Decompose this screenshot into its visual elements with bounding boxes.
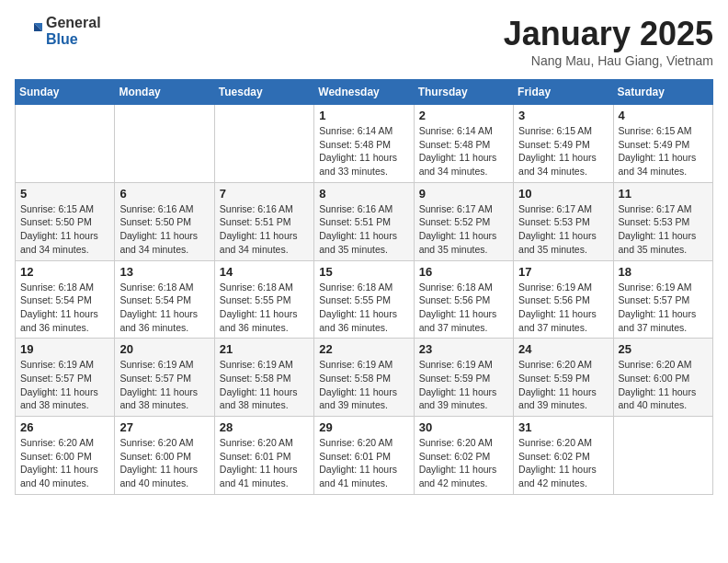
calendar-cell: 29Sunrise: 6:20 AM Sunset: 6:01 PM Dayli… [314, 417, 414, 495]
day-info: Sunrise: 6:19 AM Sunset: 5:59 PM Dayligh… [419, 358, 508, 412]
weekday-header: Thursday [414, 80, 513, 105]
day-number: 4 [619, 109, 708, 122]
day-number: 22 [319, 342, 408, 356]
day-number: 26 [20, 420, 109, 434]
day-number: 15 [319, 265, 408, 279]
day-number: 17 [518, 265, 608, 279]
calendar-cell: 21Sunrise: 6:19 AM Sunset: 5:58 PM Dayli… [214, 339, 313, 417]
day-number: 12 [20, 265, 109, 279]
weekday-header-row: SundayMondayTuesdayWednesdayThursdayFrid… [16, 80, 713, 105]
day-number: 7 [220, 187, 309, 201]
day-info: Sunrise: 6:14 AM Sunset: 5:48 PM Dayligh… [419, 124, 508, 178]
day-number: 6 [119, 187, 209, 201]
day-number: 5 [20, 187, 109, 201]
weekday-header: Tuesday [214, 80, 313, 105]
weekday-header: Friday [514, 80, 613, 105]
calendar-cell: 3Sunrise: 6:15 AM Sunset: 5:49 PM Daylig… [514, 105, 613, 183]
calendar-cell: 28Sunrise: 6:20 AM Sunset: 6:01 PM Dayli… [214, 417, 313, 495]
day-number: 10 [518, 187, 608, 201]
weekday-header: Wednesday [314, 80, 414, 105]
calendar-cell: 10Sunrise: 6:17 AM Sunset: 5:53 PM Dayli… [514, 182, 613, 260]
day-number: 30 [419, 420, 508, 434]
day-number: 14 [220, 265, 309, 279]
calendar-cell: 4Sunrise: 6:15 AM Sunset: 5:49 PM Daylig… [613, 105, 712, 183]
day-info: Sunrise: 6:19 AM Sunset: 5:58 PM Dayligh… [220, 358, 309, 412]
day-info: Sunrise: 6:20 AM Sunset: 6:02 PM Dayligh… [419, 436, 508, 490]
day-info: Sunrise: 6:20 AM Sunset: 6:00 PM Dayligh… [20, 436, 109, 490]
day-info: Sunrise: 6:17 AM Sunset: 5:53 PM Dayligh… [518, 202, 608, 257]
weekday-header: Monday [115, 80, 214, 105]
day-info: Sunrise: 6:18 AM Sunset: 5:54 PM Dayligh… [119, 281, 209, 335]
calendar-cell: 9Sunrise: 6:17 AM Sunset: 5:52 PM Daylig… [414, 182, 513, 260]
day-info: Sunrise: 6:18 AM Sunset: 5:56 PM Dayligh… [419, 281, 508, 335]
calendar-cell: 19Sunrise: 6:19 AM Sunset: 5:57 PM Dayli… [16, 339, 115, 417]
day-number: 13 [119, 265, 209, 279]
day-number: 9 [419, 187, 508, 201]
logo-general: General [46, 15, 101, 31]
day-info: Sunrise: 6:18 AM Sunset: 5:54 PM Dayligh… [20, 281, 109, 335]
day-number: 20 [119, 342, 209, 356]
day-number: 8 [319, 187, 408, 201]
location-subtitle: Nang Mau, Hau Giang, Vietnam [504, 53, 713, 68]
day-number: 11 [619, 187, 708, 201]
calendar-cell: 26Sunrise: 6:20 AM Sunset: 6:00 PM Dayli… [16, 417, 115, 495]
calendar-week-row: 12Sunrise: 6:18 AM Sunset: 5:54 PM Dayli… [16, 260, 713, 339]
day-info: Sunrise: 6:19 AM Sunset: 5:56 PM Dayligh… [518, 281, 608, 335]
month-title: January 2025 [504, 15, 713, 53]
calendar-cell: 27Sunrise: 6:20 AM Sunset: 6:00 PM Dayli… [115, 417, 214, 495]
day-number: 29 [319, 420, 408, 434]
day-number: 3 [518, 109, 608, 122]
day-info: Sunrise: 6:15 AM Sunset: 5:49 PM Dayligh… [518, 124, 608, 178]
calendar-cell: 24Sunrise: 6:20 AM Sunset: 5:59 PM Dayli… [514, 339, 613, 417]
calendar-cell: 7Sunrise: 6:16 AM Sunset: 5:51 PM Daylig… [214, 182, 313, 260]
calendar-cell: 15Sunrise: 6:18 AM Sunset: 5:55 PM Dayli… [314, 260, 414, 339]
day-number: 1 [319, 109, 408, 122]
calendar-cell: 23Sunrise: 6:19 AM Sunset: 5:59 PM Dayli… [414, 339, 513, 417]
page-header: General Blue January 2025 Nang Mau, Hau … [15, 15, 713, 68]
calendar-cell: 8Sunrise: 6:16 AM Sunset: 5:51 PM Daylig… [314, 182, 414, 260]
day-info: Sunrise: 6:18 AM Sunset: 5:55 PM Dayligh… [220, 281, 309, 335]
day-info: Sunrise: 6:18 AM Sunset: 5:55 PM Dayligh… [319, 281, 408, 335]
day-info: Sunrise: 6:19 AM Sunset: 5:58 PM Dayligh… [319, 358, 408, 412]
day-number: 27 [119, 420, 209, 434]
calendar-week-row: 19Sunrise: 6:19 AM Sunset: 5:57 PM Dayli… [16, 339, 713, 417]
day-number: 19 [20, 342, 109, 356]
day-number: 21 [220, 342, 309, 356]
day-info: Sunrise: 6:17 AM Sunset: 5:52 PM Dayligh… [419, 202, 508, 257]
calendar-cell: 16Sunrise: 6:18 AM Sunset: 5:56 PM Dayli… [414, 260, 513, 339]
calendar-cell [16, 105, 115, 183]
calendar-cell: 1Sunrise: 6:14 AM Sunset: 5:48 PM Daylig… [314, 105, 414, 183]
calendar-cell [115, 105, 214, 183]
title-section: January 2025 Nang Mau, Hau Giang, Vietna… [504, 15, 713, 68]
day-number: 25 [619, 342, 708, 356]
day-info: Sunrise: 6:20 AM Sunset: 6:00 PM Dayligh… [119, 436, 209, 490]
day-number: 23 [419, 342, 508, 356]
logo-blue: Blue [46, 31, 101, 48]
day-info: Sunrise: 6:20 AM Sunset: 6:00 PM Dayligh… [619, 358, 708, 412]
calendar-cell: 6Sunrise: 6:16 AM Sunset: 5:50 PM Daylig… [115, 182, 214, 260]
day-info: Sunrise: 6:19 AM Sunset: 5:57 PM Dayligh… [619, 281, 708, 335]
calendar-cell: 22Sunrise: 6:19 AM Sunset: 5:58 PM Dayli… [314, 339, 414, 417]
day-info: Sunrise: 6:19 AM Sunset: 5:57 PM Dayligh… [119, 358, 209, 412]
day-info: Sunrise: 6:20 AM Sunset: 6:01 PM Dayligh… [220, 436, 309, 490]
calendar-cell: 18Sunrise: 6:19 AM Sunset: 5:57 PM Dayli… [613, 260, 712, 339]
logo-text: General Blue [46, 15, 101, 47]
calendar-week-row: 26Sunrise: 6:20 AM Sunset: 6:00 PM Dayli… [16, 417, 713, 495]
day-number: 2 [419, 109, 508, 122]
day-info: Sunrise: 6:20 AM Sunset: 6:01 PM Dayligh… [319, 436, 408, 490]
day-info: Sunrise: 6:20 AM Sunset: 6:02 PM Dayligh… [518, 436, 608, 490]
day-number: 28 [220, 420, 309, 434]
day-number: 24 [518, 342, 608, 356]
calendar-cell: 31Sunrise: 6:20 AM Sunset: 6:02 PM Dayli… [514, 417, 613, 495]
calendar-cell: 11Sunrise: 6:17 AM Sunset: 5:53 PM Dayli… [613, 182, 712, 260]
day-info: Sunrise: 6:16 AM Sunset: 5:51 PM Dayligh… [220, 202, 309, 257]
calendar-week-row: 5Sunrise: 6:15 AM Sunset: 5:50 PM Daylig… [16, 182, 713, 260]
calendar-week-row: 1Sunrise: 6:14 AM Sunset: 5:48 PM Daylig… [16, 105, 713, 183]
day-number: 31 [518, 420, 608, 434]
calendar-cell [613, 417, 712, 495]
logo-icon [15, 17, 42, 45]
calendar-cell: 13Sunrise: 6:18 AM Sunset: 5:54 PM Dayli… [115, 260, 214, 339]
day-info: Sunrise: 6:19 AM Sunset: 5:57 PM Dayligh… [20, 358, 109, 412]
calendar-cell: 5Sunrise: 6:15 AM Sunset: 5:50 PM Daylig… [16, 182, 115, 260]
calendar-table: SundayMondayTuesdayWednesdayThursdayFrid… [15, 79, 713, 495]
